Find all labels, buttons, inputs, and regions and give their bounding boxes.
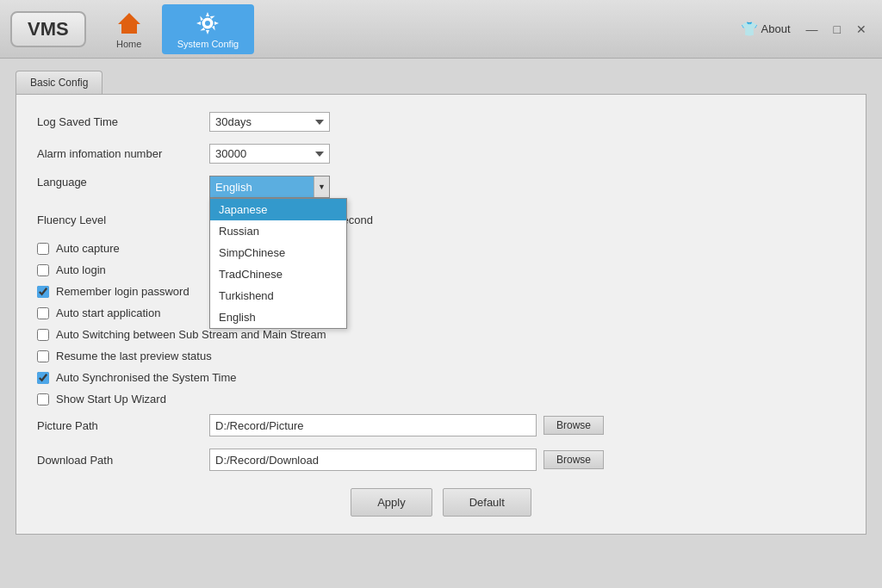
config-panel: Log Saved Time 30days 7days 15days 60day… <box>16 94 866 535</box>
log-saved-time-row: Log Saved Time 30days 7days 15days 60day… <box>37 112 845 132</box>
language-select-wrapper: English ▼ Japanese Russian SimpChinese T… <box>209 176 330 198</box>
titlebar: VMS Home System Config <box>0 0 882 59</box>
remember-login-row: Remember login password <box>37 285 845 298</box>
auto-start-checkbox[interactable] <box>37 307 49 319</box>
lang-option-turkishend[interactable]: Turkishend <box>210 285 346 306</box>
resume-preview-row: Resume the last preview status <box>37 350 845 362</box>
log-saved-time-label: Log Saved Time <box>37 115 209 128</box>
tab-bar: Basic Config <box>16 71 866 94</box>
language-select-display[interactable]: English ▼ <box>209 176 330 198</box>
lang-option-russian[interactable]: Russian <box>210 220 346 242</box>
shirt-icon: 👕 <box>741 21 758 37</box>
show-wizard-checkbox[interactable] <box>37 393 49 405</box>
auto-switch-checkbox[interactable] <box>37 329 49 341</box>
auto-start-row: Auto start application <box>37 306 845 319</box>
minimize-button[interactable]: — <box>801 21 823 38</box>
nav-icons: Home System Config <box>100 4 741 54</box>
tab-basic-config[interactable]: Basic Config <box>16 71 102 94</box>
nav-system-config[interactable]: System Config <box>162 4 255 54</box>
main-content: Basic Config Log Saved Time 30days 7days… <box>0 59 882 588</box>
auto-switch-row: Auto Switching between Sub Stream and Ma… <box>37 328 845 341</box>
auto-sync-checkbox[interactable] <box>37 372 49 384</box>
language-label: Language <box>37 176 209 189</box>
show-wizard-row: Show Start Up Wizard <box>37 393 845 405</box>
auto-start-label: Auto start application <box>56 306 160 319</box>
home-icon <box>115 9 143 37</box>
apply-button[interactable]: Apply <box>351 488 432 517</box>
remember-login-checkbox[interactable] <box>37 286 49 298</box>
home-label: Home <box>116 39 141 49</box>
lang-option-tradchinese[interactable]: TradChinese <box>210 263 346 285</box>
show-wizard-label: Show Start Up Wizard <box>56 393 166 405</box>
button-row: Apply Default <box>37 488 845 517</box>
auto-login-row: Auto login <box>37 263 845 276</box>
language-row: Language English ▼ Japanese Russian Simp… <box>37 176 845 198</box>
picture-path-row: Picture Path Browse <box>37 414 845 436</box>
download-path-label: Download Path <box>37 454 209 467</box>
titlebar-right: 👕 About — □ ✕ <box>741 21 872 38</box>
auto-capture-row: Auto capture <box>37 242 845 255</box>
resume-preview-checkbox[interactable] <box>37 350 49 362</box>
lang-option-simpchinese[interactable]: SimpChinese <box>210 242 346 263</box>
svg-point-4 <box>205 21 210 26</box>
auto-sync-row: Auto Synchronised the System Time <box>37 371 845 384</box>
tab-basic-config-label: Basic Config <box>30 77 88 89</box>
window-controls: — □ ✕ <box>801 21 872 38</box>
about-button[interactable]: 👕 About <box>741 21 791 37</box>
fluency-level-row: Fluency Level Fluency Standard Real-time… <box>37 210 845 230</box>
picture-path-browse-button[interactable]: Browse <box>543 416 604 435</box>
remember-login-label: Remember login password <box>56 285 189 298</box>
close-button[interactable]: ✕ <box>851 21 872 38</box>
maximize-button[interactable]: □ <box>829 21 846 38</box>
language-selected-value: English <box>215 181 252 194</box>
gear-icon <box>194 9 221 37</box>
language-dropdown-arrow: ▼ <box>314 176 329 197</box>
auto-sync-label: Auto Synchronised the System Time <box>56 371 237 384</box>
auto-switch-label: Auto Switching between Sub Stream and Ma… <box>56 328 326 341</box>
about-label: About <box>761 22 791 35</box>
fluency-level-label: Fluency Level <box>37 214 209 226</box>
auto-capture-label: Auto capture <box>56 242 120 255</box>
picture-path-label: Picture Path <box>37 419 209 432</box>
language-dropdown-list: Japanese Russian SimpChinese TradChinese… <box>209 198 347 329</box>
lang-option-japanese[interactable]: Japanese <box>210 199 346 220</box>
download-path-row: Download Path Browse <box>37 449 845 471</box>
svg-rect-1 <box>126 28 133 34</box>
resume-preview-label: Resume the last preview status <box>56 350 212 362</box>
auto-capture-checkbox[interactable] <box>37 243 49 255</box>
auto-login-checkbox[interactable] <box>37 264 49 276</box>
alarm-info-row: Alarm infomation number 30000 10000 2000… <box>37 144 845 164</box>
download-path-browse-button[interactable]: Browse <box>543 450 604 469</box>
auto-login-label: Auto login <box>56 263 106 276</box>
default-button[interactable]: Default <box>443 488 531 517</box>
alarm-info-label: Alarm infomation number <box>37 147 209 160</box>
alarm-info-select[interactable]: 30000 10000 20000 50000 <box>209 144 330 164</box>
log-saved-time-select[interactable]: 30days 7days 15days 60days 90days <box>209 112 330 132</box>
system-config-label: System Config <box>177 39 239 49</box>
lang-option-english[interactable]: English <box>210 306 346 328</box>
download-path-input[interactable] <box>209 449 537 471</box>
vms-logo: VMS <box>10 11 86 47</box>
picture-path-input[interactable] <box>209 414 537 436</box>
nav-home[interactable]: Home <box>100 4 158 54</box>
